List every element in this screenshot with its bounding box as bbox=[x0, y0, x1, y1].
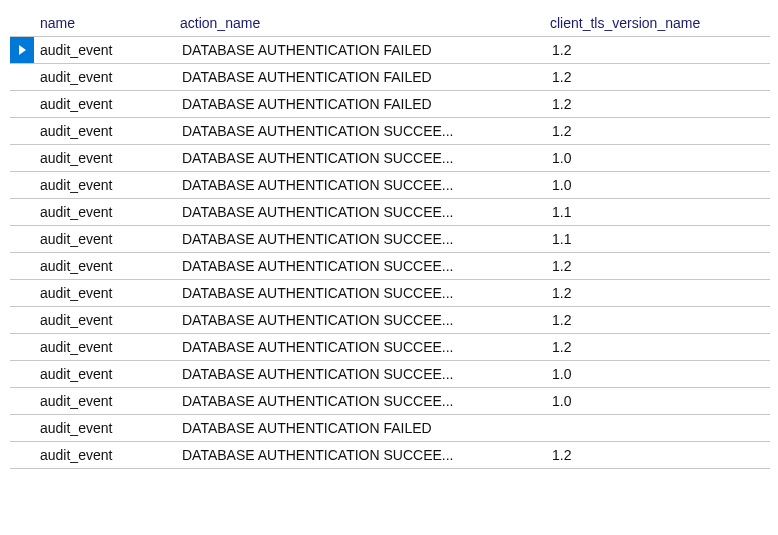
cell-action-name[interactable]: DATABASE AUTHENTICATION SUCCEE... bbox=[174, 334, 544, 361]
row-indicator[interactable] bbox=[10, 334, 34, 361]
current-row-icon bbox=[19, 45, 26, 55]
column-header-action-name[interactable]: action_name bbox=[174, 10, 544, 37]
column-header-client-tls-version-name[interactable]: client_tls_version_name bbox=[544, 10, 770, 37]
column-header-name[interactable]: name bbox=[34, 10, 174, 37]
row-indicator[interactable] bbox=[10, 199, 34, 226]
cell-action-name[interactable]: DATABASE AUTHENTICATION SUCCEE... bbox=[174, 145, 544, 172]
cell-name[interactable]: audit_event bbox=[34, 145, 174, 172]
column-header-indicator[interactable] bbox=[10, 10, 34, 37]
cell-name[interactable]: audit_event bbox=[34, 280, 174, 307]
cell-action-name[interactable]: DATABASE AUTHENTICATION SUCCEE... bbox=[174, 226, 544, 253]
cell-client-tls-version-name[interactable]: 1.2 bbox=[544, 37, 770, 64]
cell-action-name[interactable]: DATABASE AUTHENTICATION SUCCEE... bbox=[174, 199, 544, 226]
row-indicator[interactable] bbox=[10, 118, 34, 145]
cell-action-name[interactable]: DATABASE AUTHENTICATION SUCCEE... bbox=[174, 442, 544, 469]
cell-action-name[interactable]: DATABASE AUTHENTICATION SUCCEE... bbox=[174, 280, 544, 307]
row-indicator[interactable] bbox=[10, 145, 34, 172]
row-indicator[interactable] bbox=[10, 361, 34, 388]
row-indicator[interactable] bbox=[10, 91, 34, 118]
cell-action-name[interactable]: DATABASE AUTHENTICATION SUCCEE... bbox=[174, 172, 544, 199]
cell-client-tls-version-name[interactable]: 1.2 bbox=[544, 118, 770, 145]
cell-client-tls-version-name[interactable]: 1.2 bbox=[544, 280, 770, 307]
cell-name[interactable]: audit_event bbox=[34, 334, 174, 361]
row-indicator[interactable] bbox=[10, 388, 34, 415]
cell-action-name[interactable]: DATABASE AUTHENTICATION FAILED bbox=[174, 91, 544, 118]
cell-client-tls-version-name[interactable]: 1.0 bbox=[544, 361, 770, 388]
cell-client-tls-version-name[interactable]: 1.1 bbox=[544, 226, 770, 253]
cell-client-tls-version-name[interactable]: 1.2 bbox=[544, 307, 770, 334]
cell-action-name[interactable]: DATABASE AUTHENTICATION FAILED bbox=[174, 37, 544, 64]
cell-name[interactable]: audit_event bbox=[34, 388, 174, 415]
cell-name[interactable]: audit_event bbox=[34, 37, 174, 64]
cell-client-tls-version-name[interactable]: 1.2 bbox=[544, 253, 770, 280]
cell-client-tls-version-name[interactable]: 1.0 bbox=[544, 388, 770, 415]
row-indicator[interactable] bbox=[10, 280, 34, 307]
cell-name[interactable]: audit_event bbox=[34, 226, 174, 253]
row-indicator[interactable] bbox=[10, 37, 34, 64]
cell-client-tls-version-name[interactable]: 1.2 bbox=[544, 91, 770, 118]
cell-name[interactable]: audit_event bbox=[34, 64, 174, 91]
cell-action-name[interactable]: DATABASE AUTHENTICATION SUCCEE... bbox=[174, 307, 544, 334]
cell-client-tls-version-name[interactable]: 1.2 bbox=[544, 334, 770, 361]
cell-name[interactable]: audit_event bbox=[34, 172, 174, 199]
cell-name[interactable]: audit_event bbox=[34, 361, 174, 388]
cell-action-name[interactable]: DATABASE AUTHENTICATION FAILED bbox=[174, 64, 544, 91]
cell-action-name[interactable]: DATABASE AUTHENTICATION SUCCEE... bbox=[174, 253, 544, 280]
cell-name[interactable]: audit_event bbox=[34, 442, 174, 469]
cell-client-tls-version-name[interactable]: 1.2 bbox=[544, 442, 770, 469]
cell-client-tls-version-name[interactable]: 1.1 bbox=[544, 199, 770, 226]
cell-action-name[interactable]: DATABASE AUTHENTICATION SUCCEE... bbox=[174, 361, 544, 388]
cell-name[interactable]: audit_event bbox=[34, 91, 174, 118]
row-indicator[interactable] bbox=[10, 253, 34, 280]
row-indicator[interactable] bbox=[10, 172, 34, 199]
cell-name[interactable]: audit_event bbox=[34, 199, 174, 226]
cell-client-tls-version-name[interactable] bbox=[544, 415, 770, 442]
row-indicator[interactable] bbox=[10, 307, 34, 334]
row-indicator[interactable] bbox=[10, 226, 34, 253]
cell-client-tls-version-name[interactable]: 1.0 bbox=[544, 145, 770, 172]
cell-name[interactable]: audit_event bbox=[34, 253, 174, 280]
cell-action-name[interactable]: DATABASE AUTHENTICATION SUCCEE... bbox=[174, 118, 544, 145]
cell-action-name[interactable]: DATABASE AUTHENTICATION FAILED bbox=[174, 415, 544, 442]
row-indicator[interactable] bbox=[10, 64, 34, 91]
cell-name[interactable]: audit_event bbox=[34, 118, 174, 145]
row-indicator[interactable] bbox=[10, 442, 34, 469]
cell-action-name[interactable]: DATABASE AUTHENTICATION SUCCEE... bbox=[174, 388, 544, 415]
cell-client-tls-version-name[interactable]: 1.2 bbox=[544, 64, 770, 91]
cell-client-tls-version-name[interactable]: 1.0 bbox=[544, 172, 770, 199]
cell-name[interactable]: audit_event bbox=[34, 307, 174, 334]
cell-name[interactable]: audit_event bbox=[34, 415, 174, 442]
results-grid[interactable]: name action_name client_tls_version_name… bbox=[10, 10, 770, 469]
row-indicator[interactable] bbox=[10, 415, 34, 442]
